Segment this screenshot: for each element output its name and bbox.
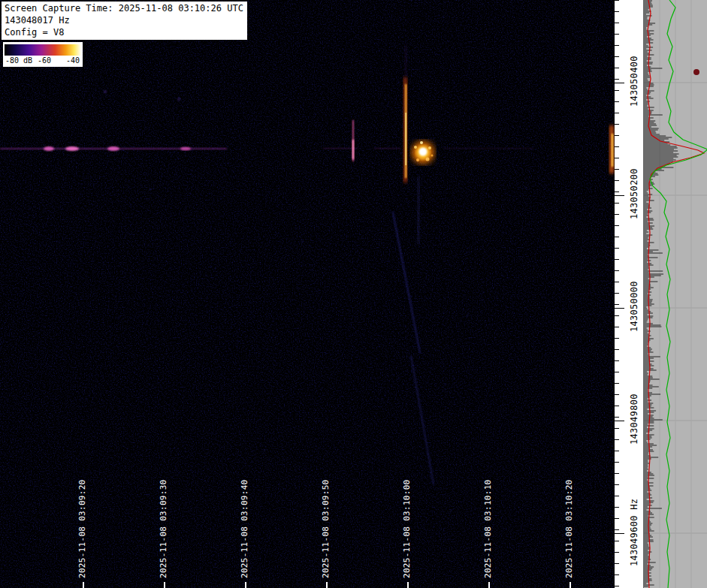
carrier-ping xyxy=(65,146,79,151)
carrier-ping xyxy=(180,147,191,151)
doppler-smear xyxy=(418,176,419,244)
time-axis-tick xyxy=(326,582,328,588)
head-echo-streak-core xyxy=(406,113,407,165)
frequency-minor-ticks xyxy=(615,0,619,588)
carrier-line-faint xyxy=(443,148,533,149)
echo-speckle xyxy=(431,155,434,157)
echo-speckle xyxy=(416,158,419,161)
capture-config-text: Config = V8 xyxy=(5,26,243,38)
capture-info-box: Screen Capture Time: 2025-11-08 03:10:26… xyxy=(2,2,247,40)
edge-echo-core xyxy=(612,134,614,167)
noise-dot xyxy=(150,188,152,191)
echo-speckle xyxy=(420,141,423,144)
noise-dot xyxy=(301,241,304,243)
freq-major-tick xyxy=(615,533,624,534)
dark-red-marker-dot xyxy=(693,69,699,75)
time-tick-label: 2025-11-08 03:09:30 xyxy=(159,479,168,578)
freq-major-tick xyxy=(615,83,624,83)
colorbar-max-label: -40 xyxy=(66,56,80,65)
freq-tick-label: 143049600 Hz xyxy=(630,499,639,566)
freq-tick-label: 143050200 xyxy=(630,168,639,219)
colorbar-mid-label: -60 xyxy=(38,56,51,65)
noise-dot xyxy=(264,450,266,452)
noise-dot xyxy=(525,187,527,189)
waterfall-spectrogram: 2025-11-08 03:09:20 2025-11-08 03:09:30 … xyxy=(0,0,615,588)
time-tick-label: 2025-11-08 03:10:10 xyxy=(484,479,493,578)
time-axis-tick xyxy=(570,582,571,588)
noise-dot xyxy=(467,315,469,317)
echo-speckle xyxy=(414,146,417,149)
time-tick-label: 2025-11-08 03:09:50 xyxy=(322,479,331,578)
freq-major-tick xyxy=(615,421,624,421)
carrier-line-faint xyxy=(374,148,401,149)
meteor-spectrogram-screen: 2025-11-08 03:09:20 2025-11-08 03:09:30 … xyxy=(0,0,707,588)
freq-tick-label: 143049800 xyxy=(630,394,639,445)
spectrum-graph-panel xyxy=(643,0,707,588)
capture-frequency-text: 143048017 Hz xyxy=(5,14,243,26)
echo-speckle xyxy=(426,158,430,161)
color-scale-labels: -80 dB -60 -40 xyxy=(5,56,81,65)
time-axis-tick xyxy=(488,582,490,588)
spectrum-canvas xyxy=(644,0,707,588)
background-noise-speckle xyxy=(0,0,615,588)
noise-dot xyxy=(177,98,180,101)
time-tick-label: 2025-11-08 03:09:40 xyxy=(240,479,249,578)
color-gradient-bar xyxy=(5,44,81,56)
freq-tick-label: 143050400 xyxy=(630,56,639,107)
freq-major-tick xyxy=(615,308,624,309)
time-tick-label: 2025-11-08 03:10:20 xyxy=(565,479,574,578)
noise-dot xyxy=(450,510,452,512)
spectrogram-canvas xyxy=(0,0,615,588)
meteor-echo-core xyxy=(419,148,428,156)
head-echo-top-faint xyxy=(405,45,406,77)
time-axis-tick xyxy=(164,582,165,588)
carrier-ping xyxy=(44,146,54,151)
noise-dot xyxy=(564,414,567,416)
time-axis-tick xyxy=(83,582,84,588)
time-tick-label: 2025-11-08 03:10:00 xyxy=(403,479,412,578)
freq-major-tick xyxy=(615,195,624,196)
time-tick-label: 2025-11-08 03:09:20 xyxy=(78,479,87,578)
time-axis-tick xyxy=(245,582,246,588)
ping-streak-core xyxy=(352,140,355,159)
colorbar-min-label: -80 dB xyxy=(5,56,32,65)
echo-speckle xyxy=(428,146,431,149)
freq-tick-label: 143050000 xyxy=(630,281,639,332)
color-scale-legend: -80 dB -60 -40 xyxy=(3,42,83,67)
noise-dot xyxy=(104,90,107,93)
noise-dot xyxy=(112,375,114,377)
capture-time-text: Screen Capture Time: 2025-11-08 03:10:26… xyxy=(5,2,243,14)
carrier-ping xyxy=(107,146,119,151)
time-axis-tick xyxy=(407,582,409,588)
